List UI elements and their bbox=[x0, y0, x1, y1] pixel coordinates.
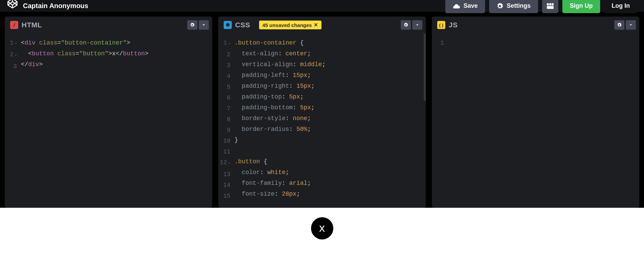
html-source[interactable]: <div class="button-container"> <button c… bbox=[21, 37, 212, 208]
css-source[interactable]: .button-container { text-align: center; … bbox=[234, 37, 426, 208]
logo-area: Captain Anonymous bbox=[7, 0, 88, 12]
html-editor[interactable]: 1▾2▾3 <div class="button-container"> <bu… bbox=[5, 33, 212, 208]
gear-icon bbox=[497, 3, 503, 9]
login-label: Log In bbox=[612, 2, 630, 9]
preview-pane: x bbox=[0, 208, 644, 257]
js-source[interactable] bbox=[448, 37, 639, 208]
css-panel-header: ✱ CSS 45 unsaved changes ✕ bbox=[218, 17, 426, 33]
save-label: Save bbox=[464, 2, 478, 9]
css-label: CSS bbox=[235, 21, 250, 29]
css-icon: ✱ bbox=[224, 21, 232, 29]
js-gutter: 1 bbox=[432, 37, 448, 208]
signup-button[interactable]: Sign Up bbox=[562, 0, 600, 13]
svg-rect-3 bbox=[547, 6, 554, 9]
settings-label: Settings bbox=[507, 2, 531, 9]
svg-rect-1 bbox=[549, 3, 551, 5]
css-tab[interactable]: ✱ CSS bbox=[218, 17, 256, 33]
save-button[interactable]: Save bbox=[445, 0, 485, 13]
layout-button[interactable] bbox=[542, 0, 558, 13]
css-gutter: 1▾23456789101112▾131415 bbox=[218, 37, 234, 208]
unsaved-text: 45 unsaved changes bbox=[262, 22, 312, 28]
gear-icon bbox=[403, 23, 408, 27]
unsaved-badge[interactable]: 45 unsaved changes ✕ bbox=[259, 21, 322, 29]
js-label: JS bbox=[449, 21, 458, 29]
css-panel: ✱ CSS 45 unsaved changes ✕ 1▾23456789101… bbox=[218, 17, 426, 208]
html-panel: / HTML 1▾2▾3 <div class="button-containe… bbox=[5, 17, 212, 208]
pen-title[interactable]: Captain Anonymous bbox=[23, 2, 88, 10]
html-dropdown-button[interactable] bbox=[199, 20, 209, 30]
js-icon: ( ) bbox=[437, 21, 445, 29]
layout-icon bbox=[547, 3, 554, 9]
login-button[interactable]: Log In bbox=[604, 0, 637, 13]
html-panel-header: / HTML bbox=[5, 17, 212, 33]
svg-rect-2 bbox=[552, 3, 554, 5]
html-icon: / bbox=[10, 21, 18, 29]
chevron-down-icon bbox=[415, 23, 420, 27]
settings-button[interactable]: Settings bbox=[489, 0, 538, 13]
editors-row: / HTML 1▾2▾3 <div class="button-containe… bbox=[0, 12, 644, 208]
css-editor[interactable]: 1▾23456789101112▾131415 .button-containe… bbox=[218, 33, 426, 208]
js-panel-header: ( ) JS bbox=[432, 17, 639, 33]
cloud-icon bbox=[453, 3, 460, 9]
codepen-logo-icon bbox=[7, 0, 18, 12]
gear-icon bbox=[617, 23, 622, 27]
css-settings-button[interactable] bbox=[401, 20, 411, 30]
signup-label: Sign Up bbox=[570, 2, 593, 9]
css-dropdown-button[interactable] bbox=[412, 20, 422, 30]
preview-button[interactable]: x bbox=[311, 217, 333, 239]
js-dropdown-button[interactable] bbox=[626, 20, 636, 30]
close-badge-icon[interactable]: ✕ bbox=[314, 22, 318, 28]
js-tab[interactable]: ( ) JS bbox=[432, 17, 463, 33]
scrollbar[interactable] bbox=[424, 33, 426, 101]
html-gutter: 1▾2▾3 bbox=[5, 37, 21, 208]
html-tab[interactable]: / HTML bbox=[5, 17, 47, 33]
html-settings-button[interactable] bbox=[187, 20, 197, 30]
html-label: HTML bbox=[22, 21, 42, 29]
chevron-down-icon bbox=[201, 23, 206, 27]
chevron-down-icon bbox=[628, 23, 633, 27]
gear-icon bbox=[190, 23, 195, 27]
svg-rect-0 bbox=[547, 3, 549, 5]
js-editor[interactable]: 1 bbox=[432, 33, 639, 208]
js-settings-button[interactable] bbox=[614, 20, 624, 30]
js-panel: ( ) JS 1 bbox=[432, 17, 639, 208]
header: Captain Anonymous Save Settings Sign Up … bbox=[0, 0, 644, 12]
